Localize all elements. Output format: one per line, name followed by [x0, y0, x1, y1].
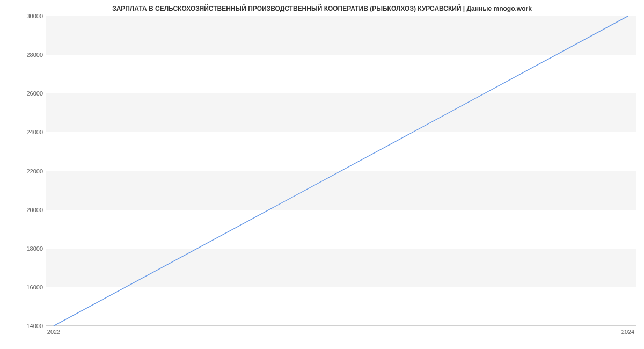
y-tick-label: 26000 [26, 90, 43, 97]
y-tick-label: 20000 [26, 207, 43, 213]
chart-title: ЗАРПЛАТА В СЕЛЬСКОХОЗЯЙСТВЕННЫЙ ПРОИЗВОД… [0, 5, 644, 12]
y-tick-label: 28000 [26, 52, 43, 58]
chart-line-svg [46, 16, 636, 326]
y-tick-label: 16000 [26, 284, 43, 290]
y-tick-label: 24000 [26, 129, 43, 135]
y-tick-label: 18000 [26, 245, 43, 252]
y-tick-label: 22000 [26, 168, 43, 174]
x-tick-label: 2022 [47, 329, 60, 335]
data-line [54, 16, 628, 326]
x-tick-label: 2024 [621, 329, 634, 335]
y-tick-label: 14000 [26, 323, 43, 329]
y-tick-label: 30000 [26, 13, 43, 19]
